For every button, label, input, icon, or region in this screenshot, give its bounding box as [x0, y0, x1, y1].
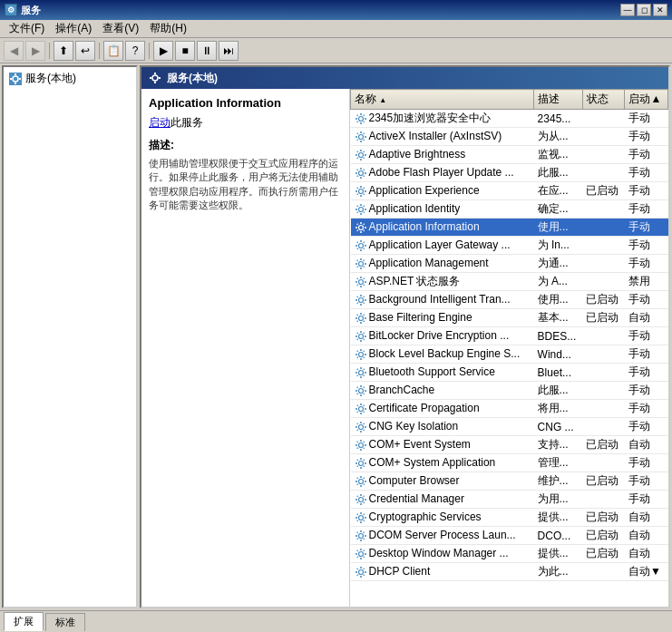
sidebar-item-local[interactable]: 服务(本地)	[5, 69, 134, 88]
svg-rect-62	[356, 211, 358, 213]
menu-action[interactable]: 操作(A)	[51, 20, 96, 37]
col-desc[interactable]: 描述	[534, 90, 583, 110]
table-row[interactable]: COM+ Event System支持...已启动自动	[351, 436, 668, 454]
properties-button[interactable]: 📋	[103, 41, 123, 61]
svg-point-208	[358, 515, 363, 520]
svg-rect-195	[356, 477, 358, 479]
table-row[interactable]: BranchCache此服...手动	[351, 382, 668, 400]
svg-rect-69	[356, 223, 358, 225]
info-pane: Application Information 启动此服务 描述: 使用辅助管理…	[141, 89, 350, 607]
col-status[interactable]: 状态	[582, 90, 625, 110]
table-row[interactable]: Application Layer Gateway ...为 In...手动	[351, 237, 668, 255]
svg-rect-162	[363, 411, 365, 413]
svg-rect-3	[10, 78, 12, 80]
table-row[interactable]: Bluetooth Support ServiceBluet...手动	[351, 364, 668, 382]
svg-rect-93	[360, 286, 362, 287]
table-row[interactable]: Adaptive Brightness监视...手动	[351, 146, 668, 164]
start-service-link[interactable]: 启动	[149, 116, 170, 129]
service-startup: 自动▼	[625, 563, 668, 581]
minimize-button[interactable]: —	[620, 4, 635, 16]
restore-button[interactable]: ◻	[637, 4, 651, 16]
col-name[interactable]: 名称 ▲	[351, 90, 534, 110]
svg-rect-71	[356, 229, 358, 231]
svg-point-37	[358, 170, 363, 175]
menu-file[interactable]: 文件(F)	[5, 20, 49, 37]
table-row[interactable]: Computer Browser维护...已启动手动	[351, 472, 668, 491]
svg-rect-206	[356, 501, 358, 503]
service-icon	[355, 203, 367, 216]
menu-view[interactable]: 查看(V)	[98, 20, 143, 37]
svg-rect-77	[365, 245, 366, 247]
svg-point-28	[358, 152, 363, 157]
service-status: 已启动	[582, 509, 625, 527]
service-icon	[355, 112, 367, 125]
svg-point-55	[358, 207, 363, 211]
svg-rect-204	[356, 495, 358, 497]
stop-button[interactable]: ■	[175, 41, 195, 61]
service-icon	[355, 439, 367, 452]
link-suffix: 此服务	[170, 116, 203, 129]
panel-header-title: 服务(本地)	[167, 71, 218, 86]
svg-rect-21	[360, 141, 362, 142]
tab-expand[interactable]: 扩展	[4, 612, 44, 631]
table-row[interactable]: COM+ System Application管理...手动	[351, 454, 668, 472]
service-icon	[355, 366, 367, 379]
svg-rect-22	[355, 136, 357, 138]
tab-standard[interactable]: 标准	[45, 613, 85, 631]
svg-rect-32	[365, 154, 366, 156]
svg-rect-95	[365, 281, 366, 283]
svg-rect-182	[360, 458, 362, 460]
svg-rect-219	[360, 540, 362, 541]
service-icon	[355, 566, 367, 579]
menu-help[interactable]: 帮助(H)	[145, 20, 191, 37]
table-row[interactable]: Cryptographic Services提供...已启动自动	[351, 509, 668, 527]
table-row[interactable]: Application Information使用...手动	[351, 219, 668, 237]
table-row[interactable]: DHCP Client为此...自动▼	[351, 563, 668, 581]
table-row[interactable]: Base Filtering Engine基本...已启动自动	[351, 309, 668, 327]
service-desc: 在应...	[534, 182, 583, 200]
service-status	[582, 345, 625, 364]
service-name: ActiveX Installer (AxInstSV)	[351, 128, 534, 146]
window-title: 服务	[21, 4, 41, 17]
table-row[interactable]: Application Management为通...手动	[351, 255, 668, 273]
service-status	[582, 491, 625, 509]
table-row[interactable]: Desktop Window Manager ...提供...已启动自动	[351, 545, 668, 563]
svg-rect-78	[356, 241, 358, 243]
table-row[interactable]: CNG Key IsolationCNG ...手动	[351, 418, 668, 436]
table-row[interactable]: Application Experience在应...已启动手动	[351, 182, 668, 200]
help-button[interactable]: ?	[125, 41, 145, 61]
svg-rect-14	[365, 118, 366, 120]
service-table: 名称 ▲ 描述 状态 启动▲	[350, 89, 668, 581]
svg-rect-107	[356, 302, 358, 304]
table-row[interactable]: Background Intelligent Tran...使用...已启动手动	[351, 291, 668, 309]
start-button[interactable]: ▶	[153, 41, 173, 61]
col-startup[interactable]: 启动▲	[625, 90, 668, 110]
service-startup: 手动	[625, 237, 668, 255]
table-row[interactable]: Block Level Backup Engine S...Wind...手动	[351, 345, 668, 364]
refresh-button[interactable]: ↩	[75, 41, 95, 61]
pause-button[interactable]: ⏸	[197, 41, 217, 61]
back-button[interactable]: ◀	[4, 41, 24, 61]
svg-rect-212	[365, 517, 366, 519]
table-row[interactable]: BitLocker Drive Encryption ...BDES...手动	[351, 327, 668, 345]
resume-button[interactable]: ⏭	[219, 41, 239, 61]
forward-button[interactable]: ▶	[25, 41, 45, 61]
table-row[interactable]: Credential Manager为用...手动	[351, 491, 668, 509]
table-row[interactable]: 2345加速浏览器安全中心2345...手动	[351, 110, 668, 128]
svg-rect-66	[360, 231, 362, 233]
close-button[interactable]: ✕	[653, 4, 667, 16]
table-row[interactable]: ActiveX Installer (AxInstSV)为从...手动	[351, 128, 668, 146]
service-list[interactable]: 名称 ▲ 描述 状态 启动▲	[350, 89, 668, 607]
up-button[interactable]: ⬆	[54, 41, 73, 61]
svg-point-172	[358, 442, 363, 447]
svg-rect-121	[355, 335, 357, 337]
service-icon	[355, 384, 367, 397]
table-row[interactable]: Certificate Propagation将用...手动	[351, 400, 668, 418]
svg-rect-196	[363, 477, 365, 479]
service-icon	[355, 221, 367, 234]
table-row[interactable]: DCOM Server Process Laun...DCO...已启动自动	[351, 527, 668, 545]
table-row[interactable]: Adobe Flash Player Update ...此服...手动	[351, 164, 668, 182]
table-row[interactable]: ASP.NET 状态服务为 A...禁用	[351, 273, 668, 291]
svg-rect-26	[356, 139, 358, 141]
table-row[interactable]: Application Identity确定...手动	[351, 200, 668, 219]
